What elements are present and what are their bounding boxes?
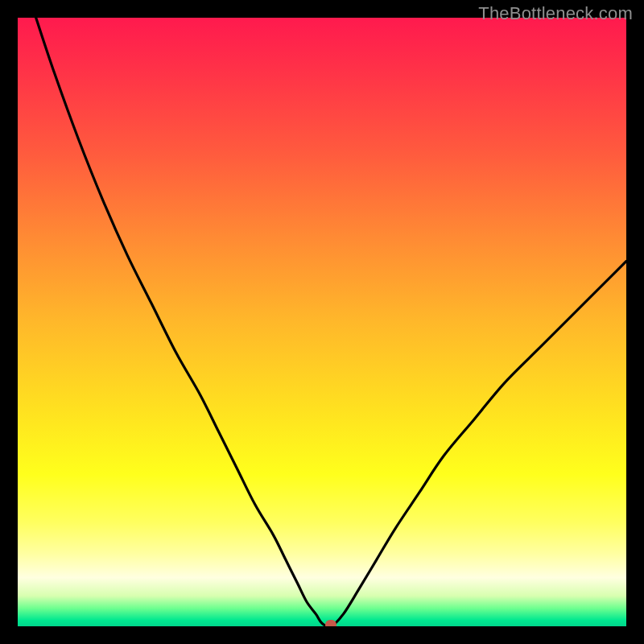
bottleneck-curve-path — [36, 18, 626, 626]
min-marker — [325, 620, 336, 626]
watermark-text: TheBottleneck.com — [478, 3, 633, 24]
curve-svg — [18, 18, 626, 626]
chart-frame: TheBottleneck.com — [0, 0, 644, 644]
plot-area — [18, 18, 626, 626]
